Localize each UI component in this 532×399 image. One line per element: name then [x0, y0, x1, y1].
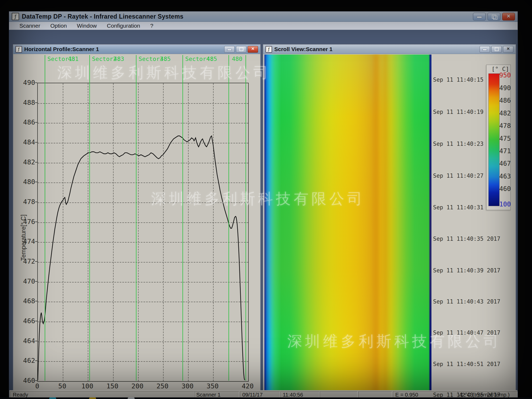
- sector-extra-value: 480: [232, 56, 243, 62]
- mdi-area: ƒ Horizontal Profile:Scanner 1 × Tempera…: [9, 30, 517, 390]
- profile-close-button[interactable]: ×: [248, 46, 258, 53]
- y-tick-label: 476: [15, 218, 35, 226]
- menu-item-?[interactable]: ?: [145, 23, 159, 29]
- scale-tick-label: 463: [499, 173, 509, 180]
- scale-tick-label: 471: [499, 147, 509, 155]
- y-tick-label: 474: [15, 238, 35, 245]
- close-button[interactable]: ×: [502, 13, 515, 20]
- profile-window-title: Horizontal Profile:Scanner 1: [24, 46, 99, 52]
- y-tick-mark: [35, 102, 37, 103]
- profile-plot: [37, 83, 249, 382]
- sector-boundary-line: [136, 55, 136, 381]
- profile-minimize-button[interactable]: [224, 46, 235, 53]
- x-tick-label: 350: [207, 382, 219, 390]
- x-tick-label: 150: [106, 382, 118, 390]
- y-tick-mark: [35, 122, 37, 123]
- y-tick-label: 462: [15, 357, 35, 364]
- sector-value: 485: [206, 56, 217, 62]
- y-tick-label: 478: [15, 198, 35, 206]
- monitor-photo: ƒ DataTemp DP - Raytek - Infrared Linesc…: [0, 0, 532, 399]
- menu-item-configuration[interactable]: Configuration: [102, 23, 145, 29]
- x-tick-label: 100: [81, 382, 93, 390]
- sector-value: 485: [160, 56, 171, 62]
- y-tick-mark: [35, 360, 37, 361]
- scrollview-minimize-button[interactable]: [480, 46, 490, 53]
- scale-tick-label: 482: [499, 110, 509, 117]
- sector-value-cell: Sector1:481: [45, 55, 89, 63]
- sector-boundary-line: [182, 55, 183, 381]
- y-tick-label: 488: [15, 99, 35, 106]
- y-tick-label: 464: [15, 337, 35, 345]
- taskbar-sliver: [0, 397, 532, 399]
- timestamp-item: Sep 11 11:40:43 2017: [433, 298, 500, 305]
- minimize-button[interactable]: [473, 13, 486, 20]
- y-tick-mark: [35, 241, 37, 242]
- x-tick-label: 300: [181, 382, 193, 390]
- y-tick-mark: [35, 182, 37, 182]
- menu-item-window[interactable]: Window: [72, 23, 102, 29]
- y-tick-mark: [35, 222, 37, 222]
- y-tick-mark: [35, 301, 37, 301]
- y-tick-mark: [35, 281, 37, 282]
- sector-value-cell: Sector3:485: [136, 55, 182, 63]
- x-tick-label: 0: [35, 382, 39, 390]
- y-tick-mark: [35, 162, 37, 163]
- sector-header-row: Sector1:481Sector2:483Sector3:485Sector4…: [45, 55, 246, 63]
- y-tick-mark: [35, 321, 37, 321]
- timestamp-item: Sep 11 11:40:51 2017: [433, 361, 500, 367]
- sector-boundary-line: [45, 55, 45, 381]
- sector-value-cell: Sector4:485: [182, 55, 228, 63]
- menu-bar: ScannerOptionWindowConfiguration?: [9, 22, 518, 30]
- profile-window: ƒ Horizontal Profile:Scanner 1 × Tempera…: [13, 44, 261, 399]
- scrollview-restore-button[interactable]: [491, 46, 502, 53]
- y-tick-label: 468: [15, 297, 35, 305]
- scale-max-label: 950: [499, 72, 509, 79]
- y-tick-mark: [35, 261, 37, 262]
- scale-gradient-bar: [488, 73, 500, 206]
- x-tick-label: 50: [58, 382, 66, 390]
- main-titlebar: ƒ DataTemp DP - Raytek - Infrared Linesc…: [9, 11, 518, 22]
- sector-value: 481: [68, 56, 78, 62]
- sector-boundary-line: [246, 55, 246, 381]
- scale-tick-label: 475: [499, 135, 509, 142]
- timestamp-item: Sep 11 11:40:35 2017: [433, 236, 500, 242]
- restore-button[interactable]: [488, 13, 500, 20]
- profile-window-icon: ƒ: [15, 46, 22, 53]
- timestamp-item: Sep 11 11:40:39 2017: [433, 267, 500, 274]
- y-tick-label: 490: [15, 79, 35, 86]
- scrollview-titlebar: ƒ Scroll View:Scanner 1 ×: [263, 45, 516, 54]
- scale-tick-label: 478: [499, 122, 509, 130]
- app-icon: ƒ: [12, 13, 19, 20]
- scrollview-window-title: Scroll View:Scanner 1: [274, 46, 332, 52]
- scale-min-label: 100: [499, 201, 509, 208]
- y-tick-mark: [35, 82, 37, 83]
- timestamp-item: Sep 11 11:40:47 2017: [433, 330, 500, 336]
- y-tick-label: 480: [15, 178, 35, 186]
- menu-item-option[interactable]: Option: [45, 23, 72, 29]
- x-tick-label: 250: [156, 382, 168, 390]
- y-tick-label: 486: [15, 118, 35, 126]
- x-tick-label: 420: [242, 382, 253, 390]
- y-tick-label: 466: [15, 317, 35, 325]
- y-tick-label: 472: [15, 257, 35, 265]
- sector-value-cell: Sector2:483: [89, 55, 136, 63]
- color-scale: [° C] 950490486482478475471467463460100: [486, 65, 511, 210]
- sector-value-cell: 480: [228, 55, 246, 63]
- y-tick-label: 484: [15, 138, 35, 146]
- sector-boundary-line: [89, 55, 90, 381]
- y-tick-label: 482: [15, 158, 35, 166]
- scale-tick-label: 490: [499, 84, 509, 92]
- menu-item-scanner[interactable]: Scanner: [14, 23, 45, 29]
- scrollview-window: ƒ Scroll View:Scanner 1 × Sep 11 11:40:1…: [263, 44, 516, 399]
- scrollview-window-icon: ƒ: [265, 46, 272, 53]
- temperature-curve: [38, 83, 248, 381]
- scale-tick-label: 460: [499, 185, 509, 193]
- profile-maximize-button[interactable]: [236, 46, 246, 53]
- y-tick-label: 470: [15, 277, 35, 285]
- y-tick-mark: [35, 202, 37, 202]
- y-tick-label: 460: [15, 377, 35, 384]
- profile-titlebar: ƒ Horizontal Profile:Scanner 1 ×: [13, 45, 260, 54]
- y-tick-mark: [35, 341, 37, 341]
- profile-chart-area: Temperature[° C] Position (Width)[cm], (…: [13, 54, 260, 399]
- scrollview-close-button[interactable]: ×: [503, 46, 513, 53]
